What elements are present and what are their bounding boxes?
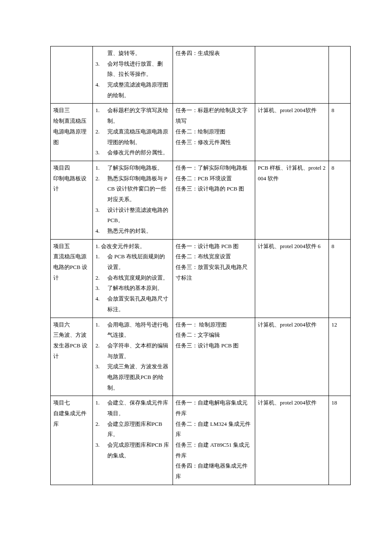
tasks: 任务一：设计电路 PCB 图任务二：布线宽度设置任务三：放置安装孔及电路尺寸标注 (173, 239, 255, 318)
resources (255, 46, 329, 104)
objectives: 1.会标题栏的文字填写及绘制。2.完成直流稳压电源电路原理图的绘制。3.会修改元… (93, 104, 173, 161)
course-table: 置、旋转等。3.会对导线进行放置、删除、拉长等操作。4.完成整流滤波电路原理图的… (50, 46, 351, 485)
project-name (51, 46, 93, 104)
tasks: 任务一：自建电解电容集成元件库任务二：自建 LM324 集成元件库任务三：自建 … (173, 396, 255, 485)
resources: PCB 样板、计算机、protel 2004 软件 (255, 161, 329, 239)
objectives: 1. 会改变元件封装。1.会 PCB 布线层面规则的设置。2.会布线宽度规则的设… (93, 239, 173, 318)
objectives: 1.会用电源、地符号进行电气连接。2.会字符串、文本框的编辑与放置。3.完成三角… (93, 318, 173, 396)
resources: 计算机、protel 2004软件 (255, 104, 329, 161)
project-name: 项目五直流稳压电源电路的PCB 设计 (51, 239, 93, 318)
resources: 计算机、protel 2004软件 (255, 396, 329, 485)
objectives: 1.了解实际印制电路板。2.熟悉实际印制电路板与 PCB 设计软件窗口的一些对应… (93, 161, 173, 239)
project-name: 项目七自建集成元件库 (51, 396, 93, 485)
resources: 计算机、protel 2004软件 6 (255, 239, 329, 318)
project-name: 项目三绘制直流稳压电源电路原理图 (51, 104, 93, 161)
table-row: 项目四印制电路板设计1.了解实际印制电路板。2.熟悉实际印制电路板与 PCB 设… (51, 161, 351, 239)
table-row: 项目五直流稳压电源电路的PCB 设计1. 会改变元件封装。1.会 PCB 布线层… (51, 239, 351, 318)
tasks: 任务一：了解实际印制电路板任务二：PCB 环境设置任务三：设计电路的 PCB 图 (173, 161, 255, 239)
project-name: 项目六三角波、方波发生器PCB 设计 (51, 318, 93, 396)
hours (329, 46, 351, 104)
hours: 18 (329, 396, 351, 485)
tasks: 任务一：标题栏的绘制及文字填写任务二：绘制原理图任务三：修改元件属性 (173, 104, 255, 161)
project-name: 项目四印制电路板设计 (51, 161, 93, 239)
tasks: 任务四：生成报表 (173, 46, 255, 104)
objectives: 1.会建立、保存集成元件库项目。2.会建立原理图库和PCB 库。3.会完成原理图… (93, 396, 173, 485)
tasks: 任务一： 绘制原理图任务二：文字编辑任务三：设计电路 PCB 图 (173, 318, 255, 396)
table-row: 项目七自建集成元件库1.会建立、保存集成元件库项目。2.会建立原理图库和PCB … (51, 396, 351, 485)
objectives: 置、旋转等。3.会对导线进行放置、删除、拉长等操作。4.完成整流滤波电路原理图的… (93, 46, 173, 104)
hours: 8 (329, 239, 351, 318)
table-row: 项目六三角波、方波发生器PCB 设计1.会用电源、地符号进行电气连接。2.会字符… (51, 318, 351, 396)
hours: 8 (329, 161, 351, 239)
table-row: 置、旋转等。3.会对导线进行放置、删除、拉长等操作。4.完成整流滤波电路原理图的… (51, 46, 351, 104)
resources: 计算机、protel 2004软件 (255, 318, 329, 396)
table-row: 项目三绘制直流稳压电源电路原理图1.会标题栏的文字填写及绘制。2.完成直流稳压电… (51, 104, 351, 161)
hours: 8 (329, 104, 351, 161)
hours: 12 (329, 318, 351, 396)
